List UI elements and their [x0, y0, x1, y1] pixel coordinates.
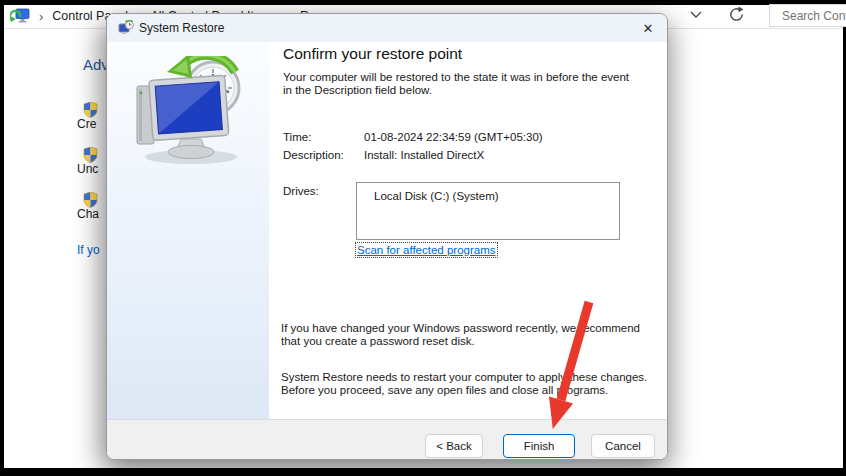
recovery-item-description: Unc: [77, 162, 98, 176]
uac-shield-icon: [83, 192, 98, 208]
description-value: Install: Installed DirectX: [364, 149, 484, 161]
search-input[interactable]: [769, 4, 846, 27]
drive-item[interactable]: Local Disk (C:) (System): [374, 190, 499, 202]
system-restore-illustration: [125, 56, 255, 176]
dialog-heading: Confirm your restore point: [283, 45, 462, 63]
breadcrumb-separator: ›: [39, 9, 43, 24]
system-restore-icon: [118, 20, 134, 36]
cancel-button[interactable]: Cancel: [591, 434, 655, 458]
uac-shield-icon: [83, 147, 98, 163]
intro-text: in the Description field below.: [283, 84, 432, 96]
recovery-item-description: Cre: [77, 117, 96, 131]
drives-label: Drives:: [283, 185, 319, 197]
recovery-settings-link[interactable]: If yo: [77, 243, 100, 257]
recovery-icon: [10, 8, 30, 24]
back-button[interactable]: < Back: [425, 434, 483, 458]
recovery-item-description: Cha: [77, 207, 99, 221]
system-restore-dialog: System Restore ✕: [106, 13, 668, 460]
finish-button[interactable]: Finish: [503, 434, 575, 458]
restart-note: Before you proceed, save any open files …: [281, 384, 608, 396]
description-label: Description:: [283, 149, 344, 161]
recovery-panel-heading: Adv: [83, 56, 109, 73]
chevron-down-icon[interactable]: [689, 10, 703, 19]
drives-listbox[interactable]: Local Disk (C:) (System): [356, 182, 620, 240]
dialog-title: System Restore: [139, 21, 224, 35]
uac-shield-icon: [83, 102, 98, 118]
password-note: If you have changed your Windows passwor…: [281, 322, 640, 334]
scan-affected-programs-link[interactable]: Scan for affected programs: [357, 244, 496, 256]
close-icon[interactable]: ✕: [638, 18, 658, 38]
restart-note: System Restore needs to restart your com…: [281, 371, 647, 383]
dialog-footer: < Back Finish Cancel: [107, 419, 668, 460]
time-label: Time:: [283, 131, 311, 143]
password-note: that you create a password reset disk.: [281, 335, 475, 347]
time-value: 01-08-2024 22:34:59 (GMT+05:30): [364, 131, 543, 143]
intro-text: Your computer will be restored to the st…: [283, 71, 629, 83]
refresh-icon[interactable]: [728, 6, 745, 23]
screenshot-stage: › Control Panel › All Control Panel Item…: [0, 0, 846, 476]
